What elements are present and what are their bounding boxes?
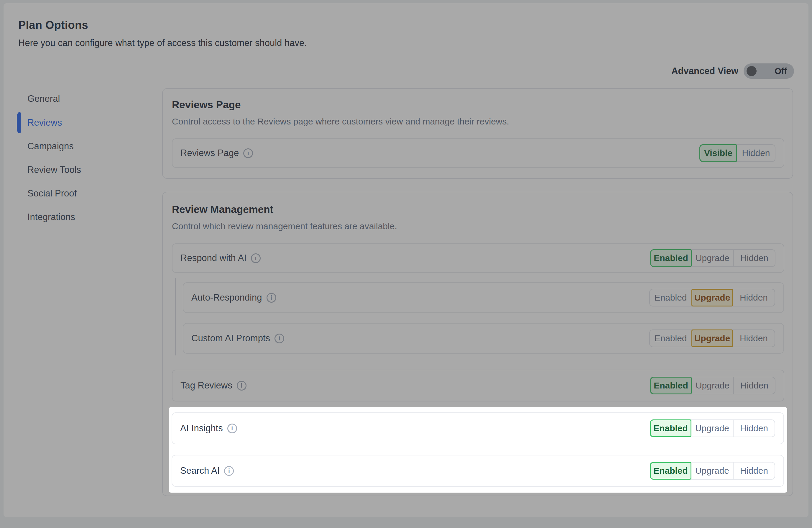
- info-icon[interactable]: i: [227, 424, 237, 433]
- review-management-card: Review Management Control which review m…: [162, 192, 793, 496]
- reviews-page-card: Reviews Page Control access to the Revie…: [162, 88, 793, 179]
- info-icon[interactable]: i: [237, 381, 246, 390]
- sidebar-item-campaigns[interactable]: Campaigns: [27, 140, 74, 153]
- row-search-ai: Search AI i Enabled Upgrade Hidden: [172, 455, 784, 487]
- segment-hidden[interactable]: Hidden: [733, 250, 775, 266]
- row-reviews-page: Reviews Page i Visible Hidden: [172, 138, 784, 168]
- sidebar-item-integrations[interactable]: Integrations: [27, 211, 75, 224]
- row-label: Respond with AI: [180, 253, 246, 263]
- access-segmented-control: Enabled Upgrade Hidden: [650, 377, 775, 394]
- info-icon[interactable]: i: [224, 466, 234, 476]
- segment-enabled[interactable]: Enabled: [650, 419, 692, 437]
- segment-upgrade[interactable]: Upgrade: [692, 462, 733, 479]
- sidebar-item-general[interactable]: General: [27, 92, 60, 105]
- access-segmented-control: Enabled Upgrade Hidden: [650, 462, 775, 480]
- segment-hidden[interactable]: Hidden: [733, 289, 774, 306]
- segment-enabled[interactable]: Enabled: [650, 249, 692, 267]
- segment-upgrade[interactable]: Upgrade: [692, 250, 733, 266]
- segment-visible[interactable]: Visible: [699, 144, 737, 162]
- sidebar-item-social-proof[interactable]: Social Proof: [27, 187, 77, 200]
- row-label: AI Insights: [180, 423, 223, 433]
- access-segmented-control: Enabled Upgrade Hidden: [649, 329, 775, 347]
- segment-hidden[interactable]: Hidden: [733, 377, 775, 394]
- toggle-state-text: Off: [774, 63, 787, 79]
- segment-upgrade[interactable]: Upgrade: [692, 377, 733, 394]
- segment-enabled[interactable]: Enabled: [650, 377, 692, 394]
- sidebar-item-review-tools[interactable]: Review Tools: [27, 163, 81, 176]
- segment-hidden[interactable]: Hidden: [733, 330, 774, 346]
- card-title: Reviews Page: [172, 99, 241, 111]
- row-label: Custom AI Prompts: [191, 333, 270, 344]
- access-segmented-control: Enabled Upgrade Hidden: [650, 419, 775, 437]
- advanced-view-label: Advanced View: [671, 66, 738, 76]
- row-label: Search AI: [180, 466, 220, 476]
- page-title: Plan Options: [18, 19, 88, 31]
- segment-enabled[interactable]: Enabled: [650, 289, 692, 306]
- card-title: Review Management: [172, 203, 273, 215]
- access-segmented-control: Enabled Upgrade Hidden: [649, 289, 775, 306]
- card-subtitle: Control access to the Reviews page where…: [172, 116, 509, 127]
- card-subtitle: Control which review management features…: [172, 221, 397, 231]
- access-segmented-control: Enabled Upgrade Hidden: [650, 249, 775, 267]
- segment-hidden[interactable]: Hidden: [733, 462, 774, 479]
- toggle-knob-icon: [746, 66, 757, 76]
- row-label: Tag Reviews: [180, 380, 232, 391]
- info-icon[interactable]: i: [266, 293, 276, 303]
- segment-hidden[interactable]: Hidden: [737, 145, 775, 161]
- advanced-view-toggle[interactable]: Off: [744, 63, 794, 79]
- nested-rows-connector-line: [175, 278, 176, 355]
- segment-enabled[interactable]: Enabled: [650, 462, 692, 480]
- info-icon[interactable]: i: [275, 333, 284, 343]
- row-ai-insights: AI Insights i Enabled Upgrade Hidden: [172, 412, 784, 444]
- row-custom-ai-prompts: Custom AI Prompts i Enabled Upgrade Hidd…: [183, 323, 784, 354]
- segment-upgrade[interactable]: Upgrade: [692, 420, 733, 437]
- sidebar-item-reviews[interactable]: Reviews: [27, 116, 62, 129]
- visibility-segmented-control: Visible Hidden: [699, 144, 775, 162]
- row-tag-reviews: Tag Reviews i Enabled Upgrade Hidden: [172, 370, 784, 401]
- segment-upgrade[interactable]: Upgrade: [692, 329, 733, 347]
- segment-hidden[interactable]: Hidden: [733, 420, 774, 437]
- advanced-view-control: Advanced View Off: [671, 63, 794, 79]
- row-respond-with-ai: Respond with AI i Enabled Upgrade Hidden: [172, 243, 784, 273]
- page-subtitle: Here you can configure what type of acce…: [18, 38, 307, 48]
- info-icon[interactable]: i: [243, 148, 253, 158]
- plan-options-page: Plan Options Here you can configure what…: [0, 0, 812, 528]
- segment-upgrade[interactable]: Upgrade: [692, 289, 733, 306]
- info-icon[interactable]: i: [251, 253, 261, 263]
- segment-enabled[interactable]: Enabled: [650, 330, 692, 346]
- active-tab-indicator: [17, 112, 20, 133]
- row-auto-responding: Auto-Responding i Enabled Upgrade Hidden: [183, 282, 784, 313]
- row-label: Reviews Page: [180, 148, 239, 158]
- row-label: Auto-Responding: [191, 292, 262, 303]
